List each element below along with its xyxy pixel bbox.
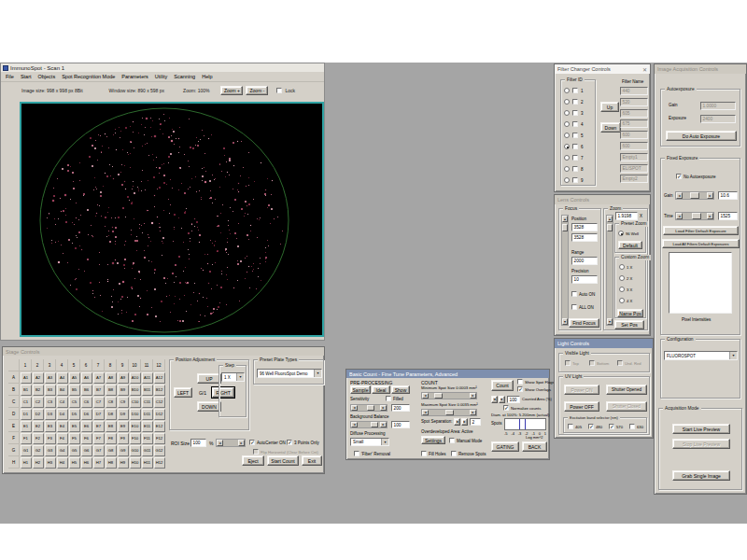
well-A9[interactable]: A9 xyxy=(118,372,129,384)
band-checkbox-480[interactable] xyxy=(588,424,594,429)
well-B4[interactable]: B4 xyxy=(57,385,68,396)
well-G7[interactable]: G7 xyxy=(93,445,105,456)
well-D1[interactable]: D1 xyxy=(21,409,32,420)
separation-increment-icon[interactable]: ► xyxy=(461,418,468,426)
well-B9[interactable]: B9 xyxy=(118,385,129,396)
well-E11[interactable]: E11 xyxy=(142,421,153,432)
show-flags-checkbox[interactable] xyxy=(517,379,523,385)
well-image-view[interactable] xyxy=(20,102,324,337)
scroll-right-icon[interactable]: ► xyxy=(470,393,476,399)
well-D2[interactable]: D2 xyxy=(33,409,44,420)
scroll-up-icon[interactable]: ▲ xyxy=(607,216,613,222)
filter-radio-3[interactable] xyxy=(564,110,570,116)
well-B2[interactable]: B2 xyxy=(33,385,44,396)
well-F7[interactable]: F7 xyxy=(93,433,105,444)
well-A3[interactable]: A3 xyxy=(45,372,56,384)
well-B7[interactable]: B7 xyxy=(93,385,105,396)
zoom-scrollbar[interactable]: ▲ ▼ xyxy=(606,215,613,326)
chevron-down-icon[interactable]: ▼ xyxy=(236,373,244,381)
zoom-value-field[interactable]: 1.9198 xyxy=(615,212,638,220)
load-all-filters-button[interactable]: Load All Filters Default Exposures xyxy=(662,239,740,248)
show-button[interactable]: Show xyxy=(391,385,410,394)
well-F6[interactable]: F6 xyxy=(81,433,92,444)
scroll-down-icon[interactable]: ▼ xyxy=(607,318,613,325)
diffuse-dropdown[interactable]: Small ▼ xyxy=(350,438,389,446)
exit-button[interactable]: Exit xyxy=(302,455,322,466)
scroll-down-icon[interactable]: ▼ xyxy=(562,318,568,325)
well-C2[interactable]: C2 xyxy=(33,397,44,408)
name-pos-button[interactable]: Name Pos xyxy=(617,309,643,317)
min-spot-scrollbar[interactable]: ◄► xyxy=(421,392,477,399)
well-G12[interactable]: G12 xyxy=(154,445,165,456)
scroll-right-icon[interactable]: ► xyxy=(707,213,713,219)
well-B10[interactable]: B10 xyxy=(130,385,141,396)
normalize-checkbox[interactable] xyxy=(503,405,509,411)
scroll-right-icon[interactable]: ► xyxy=(238,440,245,446)
well-B3[interactable]: B3 xyxy=(45,385,56,396)
well-E6[interactable]: E6 xyxy=(81,421,92,432)
filter-down-button[interactable]: Down xyxy=(600,122,621,133)
well-A7[interactable]: A7 xyxy=(93,372,105,384)
filter-checkbox-4[interactable] xyxy=(572,121,578,127)
well-F8[interactable]: F8 xyxy=(106,433,117,444)
precision-field[interactable]: 10 xyxy=(571,275,598,284)
well-A12[interactable]: A12 xyxy=(154,372,165,384)
well-H11[interactable]: H11 xyxy=(142,457,153,469)
well-H2[interactable]: H2 xyxy=(33,457,44,469)
filter-checkbox-8[interactable] xyxy=(572,166,578,172)
well-H8[interactable]: H8 xyxy=(106,457,117,469)
filter-checkbox-3[interactable] xyxy=(572,110,578,116)
start-count-button[interactable]: Start Count xyxy=(267,455,299,466)
well-A6[interactable]: A6 xyxy=(81,372,92,384)
filter-checkbox-1[interactable] xyxy=(572,88,578,93)
filter-checkbox-9[interactable] xyxy=(572,177,578,183)
scroll-left-icon[interactable]: ◄ xyxy=(351,405,358,411)
fill-holes-checkbox[interactable] xyxy=(421,451,427,456)
counted-area-increment-icon[interactable]: ► xyxy=(499,396,505,403)
pixel-intensities-listbox[interactable] xyxy=(669,252,732,314)
well-D12[interactable]: D12 xyxy=(154,409,165,420)
left-button[interactable]: LEFT xyxy=(174,387,192,398)
well-A1[interactable]: A1 xyxy=(21,372,32,384)
custom-zoom-radio-3[interactable] xyxy=(619,287,625,292)
lock-checkbox[interactable] xyxy=(276,88,282,93)
filter-radio-7[interactable] xyxy=(564,155,570,161)
well-D3[interactable]: D3 xyxy=(45,409,56,420)
well-C3[interactable]: C3 xyxy=(45,397,56,408)
well-D7[interactable]: D7 xyxy=(93,409,105,420)
spot-separation-field[interactable]: 2 xyxy=(470,418,481,426)
scroll-right-icon[interactable]: ► xyxy=(470,410,476,415)
filter-checkbox-6[interactable] xyxy=(572,144,578,149)
well-F11[interactable]: F11 xyxy=(142,433,153,444)
show-overlays-checkbox[interactable] xyxy=(517,386,523,392)
three-points-checkbox[interactable] xyxy=(287,440,292,445)
chevron-down-icon[interactable]: ▼ xyxy=(314,370,321,377)
well-E3[interactable]: E3 xyxy=(45,421,56,432)
eject-button[interactable]: Eject xyxy=(242,455,264,466)
chevron-down-icon[interactable]: ▼ xyxy=(729,352,737,359)
custom-zoom-radio-2[interactable] xyxy=(619,275,625,281)
well-E9[interactable]: E9 xyxy=(118,421,129,432)
separation-decrement-icon[interactable]: ◄ xyxy=(454,418,460,426)
well-D8[interactable]: D8 xyxy=(106,409,117,420)
fiber-checkbox[interactable] xyxy=(354,451,359,456)
max-spot-scrollbar[interactable]: ◄► xyxy=(421,409,477,416)
range-field[interactable]: 2000 xyxy=(571,257,598,265)
filter-radio-8[interactable] xyxy=(564,166,570,172)
well-A8[interactable]: A8 xyxy=(106,372,117,384)
manual-mode-checkbox[interactable] xyxy=(449,438,455,443)
well-B12[interactable]: B12 xyxy=(154,385,165,396)
band-checkbox-570[interactable] xyxy=(609,424,614,429)
well-B6[interactable]: B6 xyxy=(81,385,92,396)
well-G6[interactable]: G6 xyxy=(81,445,92,456)
scroll-left-icon[interactable]: ◄ xyxy=(217,440,223,446)
filter-checkbox-2[interactable] xyxy=(572,99,578,105)
well-A4[interactable]: A4 xyxy=(57,372,68,384)
well-C7[interactable]: C7 xyxy=(93,397,105,408)
well-B5[interactable]: B5 xyxy=(69,385,80,396)
sample-button[interactable]: Sample xyxy=(350,385,371,394)
scroll-up-icon[interactable]: ▲ xyxy=(562,216,568,222)
well-G4[interactable]: G4 xyxy=(57,445,68,456)
back-button[interactable]: BACK xyxy=(522,441,547,452)
well-E4[interactable]: E4 xyxy=(57,421,68,432)
